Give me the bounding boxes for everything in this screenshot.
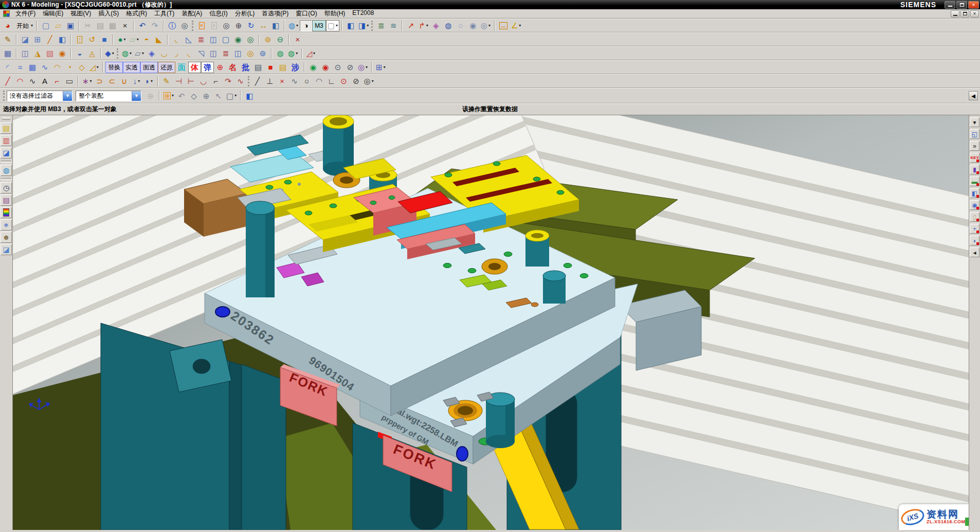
offset-face-button[interactable]: ◉ [56,48,68,59]
edge-blend-button[interactable]: ◟ [170,34,183,45]
wade-tool-button[interactable]: 涉 [289,62,302,73]
point-button[interactable]: ∗▾ [81,76,94,87]
sew-button[interactable]: ◫ [207,48,220,59]
circle-tool-dropdown[interactable]: ◎▾ [356,62,369,73]
toolbar-grip[interactable] [192,21,193,31]
resize-blend-button[interactable]: ◡ [158,48,170,59]
face-tool-button[interactable]: 面 [175,62,188,73]
rotate-view-button[interactable]: ↻ [245,20,257,31]
marquee-select-dropdown[interactable]: ▢▾ [225,90,238,101]
shaft-part-item[interactable]: + [970,224,979,234]
roles-tab[interactable]: ☻ [1,232,12,243]
work-layer-button[interactable]: M3 [312,20,326,31]
rectangle-button[interactable]: ▭ [63,76,76,87]
angle-dim-button[interactable]: ∟ [325,76,338,87]
wedge-button[interactable]: ◣ [153,34,165,45]
dimension-tool-dropdown[interactable]: ◿▾ [304,48,317,59]
tube-button[interactable]: ◎ [244,48,257,59]
menu-analysis[interactable]: 分析(L) [231,9,259,19]
pattern-face-button[interactable]: ▦ [2,48,14,59]
delete-button[interactable]: × [119,20,131,31]
rib-button[interactable]: ≣ [220,48,232,59]
part-navigator-tab[interactable]: ◪ [1,147,12,158]
menu-insert[interactable]: 插入(S) [95,9,122,19]
layer-settings-button[interactable]: ≣ [375,20,387,31]
restore-tool-button[interactable]: 还原 [158,62,175,73]
menu-information[interactable]: 信息(I) [206,9,231,19]
selection-filter-combo[interactable]: 没有选择过滤器 ▼ [7,91,72,101]
show-hide-button[interactable]: ◍ [442,20,455,31]
flip-curve-button[interactable]: ↷ [222,76,234,87]
datum-axis-button[interactable]: ╱ [44,34,56,45]
green-block-part-item[interactable]: ▬ [970,176,979,186]
pan-view-button[interactable]: ↔ [257,20,269,31]
selection-scope-combo[interactable]: 整个装配 ▼ [76,91,141,101]
center-cross-button[interactable]: ⊕ [214,62,226,73]
document-window-icon[interactable] [3,10,10,17]
line-button[interactable]: ╱ [2,76,14,87]
reuse-library-tab[interactable]: ◍ [1,165,12,176]
select-cube-button[interactable]: ◇ [188,90,200,101]
toolbar-grip[interactable] [248,76,249,86]
circle-tool-green-button[interactable]: ◉ [307,62,319,73]
extrude-button[interactable]: ↑ [74,34,86,45]
datum-csys-button[interactable]: ⊞ [31,34,44,45]
assembly-navigator-tab[interactable]: ▤ [1,122,12,134]
mirror-feature-button[interactable]: ◫ [19,48,31,59]
close-button[interactable]: × [968,1,979,9]
circle-trim-button[interactable]: ⊘ [350,76,362,87]
fit-view-button[interactable]: × [195,20,208,31]
system-scenes-tab[interactable]: ◪ [1,244,12,255]
clip-section-button[interactable]: ◧ [344,20,357,31]
doc-minimize-button[interactable] [951,10,959,17]
object-display-button[interactable]: ◈ [430,20,442,31]
join-curve-button[interactable]: ∪ [118,76,131,87]
boss-pad-button[interactable]: ⊚ [257,48,269,59]
undo-selection-button[interactable]: ↶ [175,90,188,101]
synchronous-tool-dropdown[interactable]: ◍▾ [286,48,299,59]
restore-button[interactable] [956,1,967,9]
sketch-button[interactable]: ✎ [2,34,14,45]
save-button[interactable]: ▣ [64,20,77,31]
pull-tool-button[interactable]: ◬ [86,48,98,59]
through-curves-button[interactable]: ≈ [14,62,26,73]
surface-extension-dropdown[interactable]: ◿▾ [88,62,100,73]
measure-angle-button[interactable]: ∠▾ [510,20,522,31]
information-button[interactable]: ⓘ [166,20,178,31]
zoom-box-button[interactable]: × [208,20,220,31]
menu-view[interactable]: 视图(V) [67,9,95,19]
doc-restore-button[interactable] [960,10,969,17]
circle-tool-slash-button[interactable]: ⊘ [344,62,356,73]
offset-curve-button[interactable]: ⊃ [94,76,106,87]
nx-app-icon[interactable]: ◕ [2,20,14,31]
pocket-button[interactable]: ⊖ [274,34,286,45]
shell-button[interactable]: ▢ [220,34,232,45]
minimize-button[interactable] [945,1,955,9]
circle-center-button[interactable]: ⊙ [338,76,350,87]
reblend-button[interactable]: ◞ [170,48,183,59]
system-materials-tab[interactable]: ▤ [1,194,12,206]
chamfer-curve-button[interactable]: ⌐ [210,76,222,87]
revolve-button[interactable]: ↺ [86,34,98,45]
menu-format[interactable]: 格式(R) [122,9,151,19]
resource-bar-handle[interactable] [2,117,10,120]
swept-button[interactable]: ◠ [51,62,63,73]
menu-help[interactable]: 帮助(H) [321,9,349,19]
replace-tool-button[interactable]: 替换 [105,62,123,73]
cross-point-button[interactable]: × [276,76,288,87]
perspective-button[interactable]: ◧ [269,20,282,31]
copy-button[interactable]: ▤ [94,20,106,31]
menu-preferences[interactable]: 首选项(P) [258,9,292,19]
spline-button[interactable]: ∿ [26,76,39,87]
cut-button[interactable]: ✂ [82,20,94,31]
bolt-part-item[interactable]: ▮ [970,165,979,174]
zoom-in-out-button[interactable]: ⊕ [232,20,245,31]
render-style-dropdown[interactable]: ◍▾ [287,20,300,31]
tangent-curve-button[interactable]: ∿ [288,76,301,87]
face-transparent-button[interactable]: 面透 [140,62,158,73]
wireframe-cube-button[interactable]: ◧ [243,90,256,101]
studio-surface-button[interactable]: ∿ [39,62,51,73]
history-tab[interactable]: ◷ [1,182,12,193]
circle-tool-red-button[interactable]: ◉ [319,62,332,73]
toolbar-grip[interactable] [3,91,5,101]
